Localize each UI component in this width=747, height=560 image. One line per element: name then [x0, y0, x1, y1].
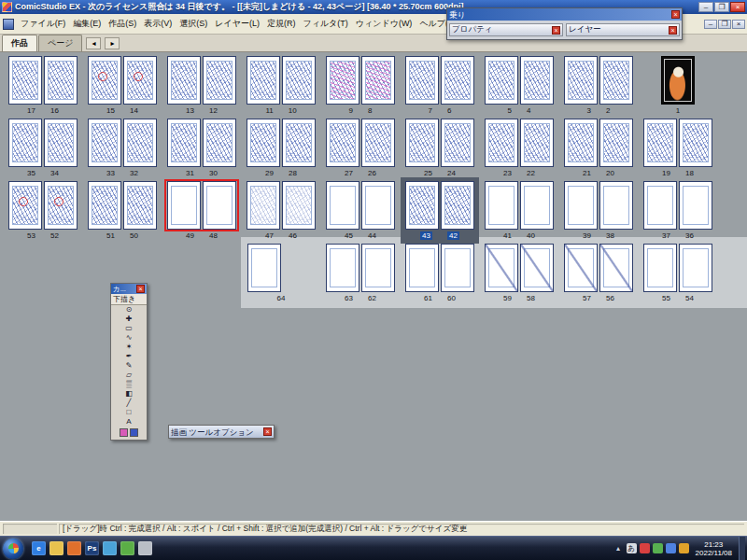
- page-thumbnail[interactable]: 3130: [166, 119, 237, 177]
- hand-tool-icon[interactable]: ✚: [111, 315, 147, 324]
- page-canvas: [282, 119, 316, 167]
- page-thumbnail[interactable]: 3736: [642, 181, 713, 240]
- page-thumbnail[interactable]: 2524: [404, 119, 475, 177]
- ime-icon[interactable]: あ: [627, 543, 637, 553]
- page-thumbnail[interactable]: 4140: [484, 181, 555, 240]
- properties-palette-bar[interactable]: プロパティ ×: [449, 23, 563, 36]
- doc-minimize-button[interactable]: –: [704, 20, 717, 29]
- volume-tray-icon[interactable]: [666, 543, 676, 553]
- menu-item[interactable]: 表示(V): [140, 16, 176, 32]
- page-thumbnail[interactable]: 3332: [87, 119, 158, 177]
- next-page-icon[interactable]: ▸: [105, 37, 120, 49]
- page-thumbnail[interactable]: 76: [404, 56, 475, 115]
- app-gray-icon[interactable]: [138, 541, 152, 555]
- page-thumbnail[interactable]: 98: [325, 56, 396, 115]
- layers-palette-bar[interactable]: レイヤー ×: [566, 23, 680, 36]
- page-thumbnail[interactable]: 1110: [246, 56, 317, 115]
- menu-item[interactable]: ウィンドウ(W): [352, 16, 416, 32]
- page-thumbnail[interactable]: 4342: [404, 181, 475, 240]
- page-thumbnail[interactable]: 54: [484, 56, 555, 115]
- page-thumbnail[interactable]: 1918: [642, 119, 713, 177]
- page-thumbnail[interactable]: 4544: [325, 181, 396, 240]
- foreground-color-swatch[interactable]: [120, 428, 128, 437]
- pen-tool-icon[interactable]: ✒: [111, 352, 147, 361]
- page-thumbnail[interactable]: 5554: [642, 244, 713, 302]
- close-icon[interactable]: ×: [671, 10, 680, 19]
- pencil-tool-icon[interactable]: ✎: [111, 361, 147, 371]
- float-palette-titlebar[interactable]: 乗り ×: [447, 8, 682, 21]
- sketch-content: [604, 62, 628, 99]
- zoom-tool-icon[interactable]: ⊙: [111, 305, 147, 315]
- page-thumbnail[interactable]: 2120: [563, 119, 634, 177]
- update-tray-icon[interactable]: [679, 543, 689, 553]
- background-color-swatch[interactable]: [130, 428, 138, 437]
- page-thumbnail[interactable]: 4948: [166, 181, 237, 240]
- media-player-icon[interactable]: [67, 541, 81, 555]
- page-canvas: [679, 181, 712, 230]
- page-thumbnail[interactable]: 64: [246, 244, 317, 302]
- page-thumbnail[interactable]: 3938: [563, 181, 634, 240]
- magic-wand-tool-icon[interactable]: ✶: [111, 343, 147, 352]
- page-thumbnail[interactable]: 5352: [7, 181, 78, 240]
- page-thumbnail[interactable]: 2322: [484, 119, 555, 177]
- internet-explorer-icon[interactable]: e: [32, 541, 46, 555]
- menu-item[interactable]: レイヤー(L): [211, 16, 263, 32]
- page-thumbnail[interactable]: 3534: [7, 119, 78, 177]
- docked-palette-bars: プロパティ × レイヤー ×: [447, 21, 682, 36]
- sketch-content: [128, 62, 152, 99]
- antivirus-tray-icon[interactable]: [640, 543, 650, 553]
- close-icon[interactable]: ×: [263, 427, 272, 436]
- minimize-button[interactable]: –: [698, 2, 713, 12]
- line-tool-icon[interactable]: ╱: [111, 399, 147, 408]
- menu-item[interactable]: 選択(S): [176, 16, 211, 32]
- tools-palette-titlebar[interactable]: カ... ×: [111, 284, 147, 294]
- page-thumbnail[interactable]: 5150: [87, 181, 158, 240]
- text-tool-icon[interactable]: A: [111, 417, 147, 427]
- menu-item[interactable]: 作品(S): [105, 16, 140, 32]
- airbrush-tool-icon[interactable]: ▒: [111, 380, 147, 389]
- page-thumbnail[interactable]: 1716: [7, 56, 78, 115]
- prev-page-icon[interactable]: ◂: [86, 37, 101, 49]
- tab-work[interactable]: 作品: [2, 35, 37, 51]
- page-thumbnail[interactable]: 5958: [484, 244, 555, 302]
- lasso-select-tool-icon[interactable]: ∿: [111, 333, 147, 343]
- close-button[interactable]: ×: [730, 2, 745, 12]
- page-thumbnail[interactable]: 2726: [325, 119, 396, 177]
- menu-item[interactable]: 定規(R): [263, 16, 300, 32]
- fill-tool-icon[interactable]: ◧: [111, 389, 147, 399]
- page-thumbnail[interactable]: 1514: [87, 56, 158, 115]
- page-thumbnail[interactable]: 4746: [246, 181, 317, 240]
- page-thumbnail[interactable]: 2928: [246, 119, 317, 177]
- page-number: 21: [583, 169, 591, 177]
- start-button[interactable]: [3, 539, 23, 559]
- page-thumbnail[interactable]: 32: [563, 56, 634, 115]
- taskbar-clock[interactable]: 21:23 2022/11/08: [693, 540, 735, 557]
- tab-page[interactable]: ページ: [38, 35, 82, 51]
- close-icon[interactable]: ×: [669, 26, 677, 35]
- paint-app-icon[interactable]: [103, 541, 117, 555]
- page-canvas: [520, 181, 554, 230]
- doc-close-button[interactable]: ×: [732, 20, 745, 29]
- folder-icon[interactable]: [49, 541, 63, 555]
- page-thumbnail[interactable]: 1312: [166, 56, 237, 115]
- menu-item[interactable]: 編集(E): [69, 16, 105, 32]
- close-icon[interactable]: ×: [552, 26, 560, 35]
- menu-item[interactable]: フィルタ(T): [299, 16, 351, 32]
- tool-options-titlebar[interactable]: 描画 ツールオプション ×: [169, 426, 274, 438]
- eraser-tool-icon[interactable]: ▱: [111, 371, 147, 380]
- network-tray-icon[interactable]: [653, 543, 663, 553]
- page-thumbnail[interactable]: 5756: [563, 244, 634, 302]
- doc-restore-button[interactable]: ❐: [718, 20, 731, 29]
- photoshop-icon[interactable]: Ps: [85, 541, 99, 555]
- shape-tool-icon[interactable]: □: [111, 408, 147, 417]
- show-desktop-button[interactable]: [739, 537, 745, 560]
- page-thumbnail[interactable]: 6362: [325, 244, 396, 302]
- marquee-select-tool-icon[interactable]: ▭: [111, 324, 147, 333]
- menu-item[interactable]: ファイル(F): [17, 16, 69, 32]
- hidden-icons-chevron[interactable]: ▴: [613, 543, 624, 553]
- app-green-icon[interactable]: [120, 541, 134, 555]
- maximize-button[interactable]: ❐: [714, 2, 729, 12]
- page-thumbnail-cover[interactable]: 1: [642, 56, 713, 115]
- close-icon[interactable]: ×: [136, 285, 145, 293]
- page-thumbnail[interactable]: 6160: [404, 244, 475, 302]
